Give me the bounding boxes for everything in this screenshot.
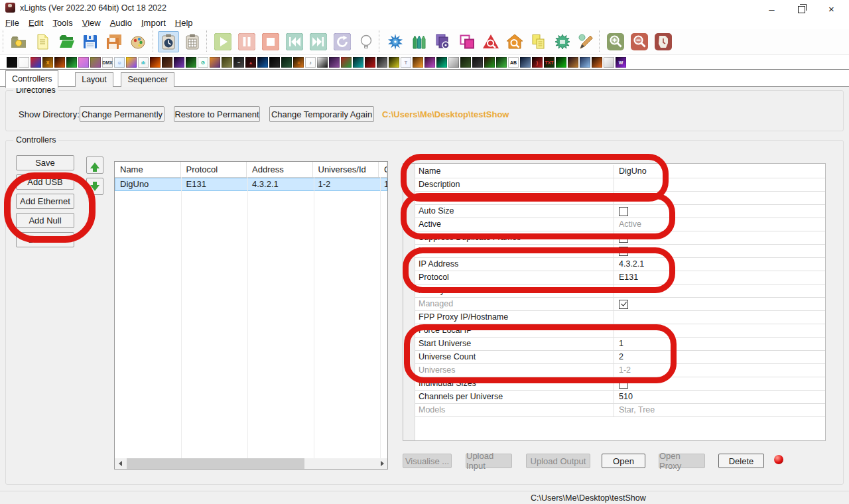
effect-thumbnail[interactable]: TXT	[544, 57, 555, 68]
pause-icon[interactable]	[236, 31, 257, 52]
controllers-view-icon[interactable]	[158, 31, 179, 52]
effect-thumbnail[interactable]: T	[401, 57, 411, 68]
action-button-visualise[interactable]: Visualise ...	[403, 454, 452, 468]
effect-thumbnail[interactable]	[341, 57, 352, 68]
save-as-sequence-icon[interactable]	[103, 31, 125, 52]
property-value[interactable]: 4.3.2.1	[614, 258, 825, 271]
effect-thumbnail[interactable]	[150, 57, 161, 68]
property-value[interactable]: 510	[614, 391, 825, 403]
minimize-button[interactable]: –	[757, 0, 787, 17]
controller-button-add-ethernet[interactable]: Add Ethernet	[16, 194, 74, 209]
effect-thumbnail[interactable]	[329, 57, 340, 68]
effect-thumbnail[interactable]	[556, 57, 566, 68]
property-value[interactable]	[614, 377, 825, 390]
effect-thumbnail[interactable]	[580, 57, 590, 68]
effect-thumbnail[interactable]	[19, 57, 29, 68]
effect-thumbnail[interactable]	[162, 57, 172, 68]
restore-button[interactable]	[787, 0, 816, 17]
property-value[interactable]	[614, 324, 825, 337]
effect-thumbnail[interactable]: G	[198, 57, 208, 68]
replay-icon[interactable]	[332, 31, 353, 52]
rewind-icon[interactable]	[284, 31, 305, 52]
directory-button-change-permanently[interactable]: Change Permanently	[80, 106, 164, 122]
action-button-open[interactable]: Open	[602, 454, 645, 468]
effect-thumbnail[interactable]: ▲	[245, 57, 256, 68]
effect-thumbnail[interactable]	[448, 57, 459, 68]
action-button-upload-output[interactable]: Upload Output	[526, 454, 590, 468]
table-horizontal-scrollbar[interactable]	[115, 458, 387, 469]
column-header-universes-id[interactable]: Universes/Id	[313, 162, 379, 177]
scrollbar-thumb[interactable]	[127, 458, 304, 469]
menu-help[interactable]: Help	[175, 17, 200, 29]
effect-thumbnail[interactable]	[257, 57, 268, 68]
controller-button-discover[interactable]: Discover	[16, 232, 74, 247]
property-value[interactable]	[614, 178, 825, 191]
table-row[interactable]: DigUnoE1314.3.2.11-21	[115, 178, 387, 191]
effect-thumbnail[interactable]	[496, 57, 507, 68]
effect-thumbnail[interactable]	[269, 57, 280, 68]
directory-button-restore-to-permanent[interactable]: Restore to Permanent	[174, 106, 260, 122]
output-lights-icon[interactable]	[356, 31, 377, 52]
layout-view-icon[interactable]	[182, 31, 203, 52]
effect-thumbnail[interactable]	[90, 57, 101, 68]
effect-thumbnail[interactable]	[222, 57, 232, 68]
play-icon[interactable]	[212, 31, 233, 52]
checkbox-unchecked[interactable]	[619, 233, 628, 243]
open-sequence-icon[interactable]	[56, 31, 77, 52]
menu-audio[interactable]: Audio	[110, 17, 139, 29]
effect-thumbnail[interactable]	[126, 57, 137, 68]
effect-thumbnail[interactable]	[592, 57, 602, 68]
stop-icon[interactable]	[260, 31, 281, 52]
checkbox-unchecked[interactable]	[619, 207, 628, 216]
effect-thumbnail[interactable]	[54, 57, 65, 68]
show-folder-icon[interactable]	[8, 31, 29, 52]
action-button-delete[interactable]: Delete	[718, 454, 764, 468]
effect-thumbnail[interactable]	[436, 57, 447, 68]
tab-layout[interactable]: Layout	[75, 72, 113, 88]
save-sequence-icon[interactable]	[80, 31, 101, 52]
property-value[interactable]	[614, 231, 825, 244]
column-header-name[interactable]: Name	[115, 162, 181, 177]
menu-tools[interactable]: Tools	[52, 17, 79, 29]
action-button-upload-input[interactable]: Upload Input	[466, 454, 512, 468]
menu-file[interactable]: File	[5, 17, 26, 29]
effect-thumbnail[interactable]	[377, 57, 387, 68]
effect-thumbnail[interactable]	[317, 57, 328, 68]
effect-thumbnail[interactable]	[66, 57, 77, 68]
scroll-left-arrow[interactable]	[115, 458, 125, 469]
property-value[interactable]: Star, Tree	[614, 404, 825, 416]
effect-thumbnail[interactable]: ≡	[293, 57, 304, 68]
effect-thumbnail[interactable]	[389, 57, 399, 68]
checkbox-unchecked[interactable]	[619, 247, 628, 256]
controller-button-add-usb[interactable]: Add USB	[16, 174, 74, 190]
effect-thumbnail[interactable]	[424, 57, 435, 68]
new-sequence-icon[interactable]	[32, 31, 53, 52]
property-value[interactable]	[614, 192, 825, 204]
menu-import[interactable]: Import	[141, 17, 172, 29]
effect-thumbnail[interactable]	[186, 57, 196, 68]
directory-button-change-temporarily-again[interactable]: Change Temporarily Again	[269, 106, 374, 122]
effect-thumbnail[interactable]	[472, 57, 483, 68]
check-sequence-icon[interactable]	[480, 31, 501, 52]
effect-assist-icon[interactable]	[576, 31, 597, 52]
property-value[interactable]: DigUno	[614, 165, 825, 178]
effect-thumbnail[interactable]: AB	[508, 57, 519, 68]
checkbox-checked[interactable]	[619, 300, 628, 309]
effect-thumbnail[interactable]: ~	[233, 57, 244, 68]
effect-thumbnail[interactable]	[174, 57, 184, 68]
effect-thumbnail[interactable]	[520, 57, 531, 68]
render-all-icon[interactable]	[385, 31, 406, 52]
timer-icon[interactable]	[653, 31, 674, 52]
effect-thumbnail[interactable]	[568, 57, 578, 68]
effect-thumbnail[interactable]	[31, 57, 41, 68]
crayons-icon[interactable]	[409, 31, 430, 52]
effect-thumbnail[interactable]	[413, 57, 423, 68]
effect-thumbnail[interactable]	[484, 57, 495, 68]
close-button[interactable]: ×	[816, 0, 846, 17]
overlap-squares-icon[interactable]	[456, 31, 478, 52]
property-value[interactable]	[614, 205, 825, 218]
controller-button-add-null[interactable]: Add Null	[16, 213, 74, 228]
house-preview-icon[interactable]	[504, 31, 525, 52]
menu-edit[interactable]: Edit	[29, 17, 50, 29]
effect-thumbnail[interactable]	[365, 57, 375, 68]
